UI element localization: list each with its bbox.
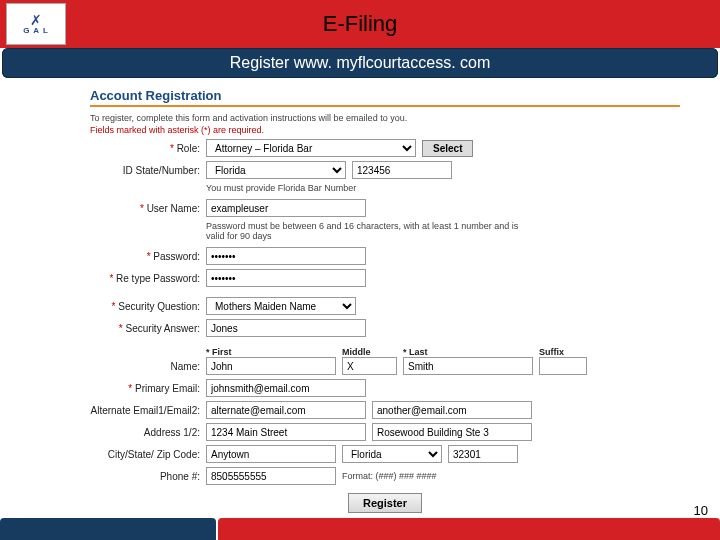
primary-email-input[interactable] xyxy=(206,379,366,397)
idstate-select[interactable]: Florida xyxy=(206,161,346,179)
password-input[interactable] xyxy=(206,247,366,265)
footer-dark-segment xyxy=(0,518,216,540)
page-number: 10 xyxy=(694,503,708,518)
gal-logo: ✗ G A L xyxy=(6,3,66,45)
repassword-input[interactable] xyxy=(206,269,366,287)
state-select[interactable]: Florida xyxy=(342,445,442,463)
pemail-label: * Primary Email: xyxy=(90,383,200,394)
logo-figure-icon: ✗ xyxy=(30,13,42,27)
aemail-label: Alternate Email1/Email2: xyxy=(90,405,200,416)
role-label: * Role: xyxy=(90,143,200,154)
divider xyxy=(90,105,680,107)
firstname-input[interactable] xyxy=(206,357,336,375)
name-label: Name: xyxy=(90,361,200,372)
password-label: * Password: xyxy=(90,251,200,262)
lastname-input[interactable] xyxy=(403,357,533,375)
alt-email2-input[interactable] xyxy=(372,401,532,419)
phone-label: Phone #: xyxy=(90,471,200,482)
suffix-input[interactable] xyxy=(539,357,587,375)
city-input[interactable] xyxy=(206,445,336,463)
zip-input[interactable] xyxy=(448,445,518,463)
idnumber-input[interactable] xyxy=(352,161,452,179)
subheader-bar: Register www. myflcourtaccess. com xyxy=(2,48,718,78)
csz-label: City/State/ Zip Code: xyxy=(90,449,200,460)
seca-label: * Security Answer: xyxy=(90,323,200,334)
footer-bar xyxy=(0,518,720,540)
secq-select[interactable]: Mothers Maiden Name xyxy=(206,297,356,315)
registration-form: Account Registration To register, comple… xyxy=(0,78,720,513)
username-label: * User Name: xyxy=(90,203,200,214)
address2-input[interactable] xyxy=(372,423,532,441)
select-button[interactable]: Select xyxy=(422,140,473,157)
address1-input[interactable] xyxy=(206,423,366,441)
id-note: You must provide Florida Bar Number xyxy=(206,183,680,193)
secq-label: * Security Question: xyxy=(90,301,200,312)
instructions: To register, complete this form and acti… xyxy=(90,113,680,123)
name-column-headers: * First Middle * Last Suffix xyxy=(206,347,680,357)
logo-text: G A L xyxy=(23,27,49,35)
subheader-text: Register www. myflcourtaccess. com xyxy=(230,54,491,72)
alt-email1-input[interactable] xyxy=(206,401,366,419)
address-label: Address 1/2: xyxy=(90,427,200,438)
section-title: Account Registration xyxy=(90,88,680,103)
password-note: Password must be between 6 and 16 charac… xyxy=(206,221,536,241)
phone-input[interactable] xyxy=(206,467,336,485)
repassword-label: * Re type Password: xyxy=(90,273,200,284)
register-button[interactable]: Register xyxy=(348,493,422,513)
page-title: E-Filing xyxy=(0,11,720,37)
middlename-input[interactable] xyxy=(342,357,397,375)
username-input[interactable] xyxy=(206,199,366,217)
seca-input[interactable] xyxy=(206,319,366,337)
role-select[interactable]: Attorney – Florida Bar xyxy=(206,139,416,157)
header-bar: ✗ G A L E-Filing xyxy=(0,0,720,48)
idstate-label: ID State/Number: xyxy=(90,165,200,176)
footer-red-segment xyxy=(218,518,720,540)
required-note: Fields marked with asterisk (*) are requ… xyxy=(90,125,680,135)
phone-format-note: Format: (###) ### #### xyxy=(342,471,437,481)
